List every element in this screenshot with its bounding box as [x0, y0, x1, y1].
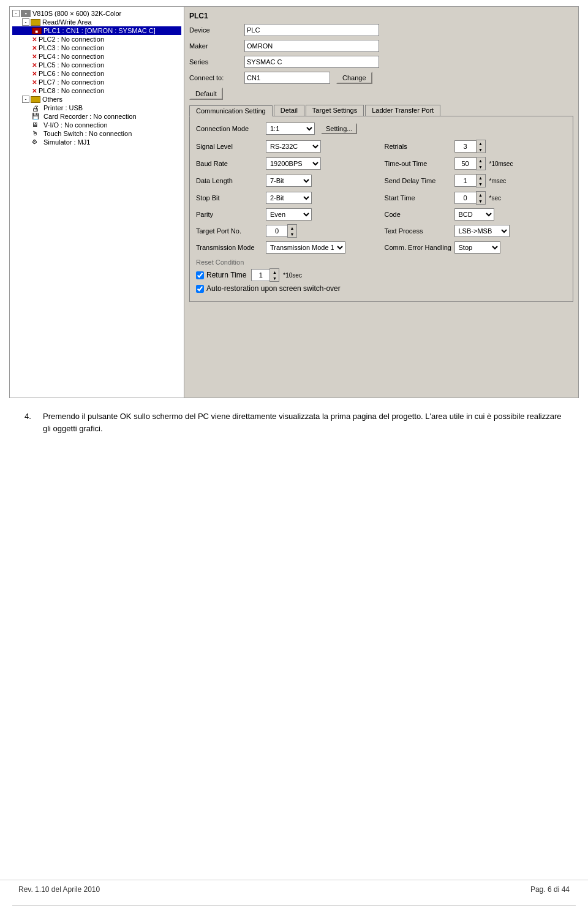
- start-time-up[interactable]: ▲: [477, 192, 485, 198]
- right-panel: PLC1 Device Maker Series Connect to: Cha…: [184, 7, 578, 398]
- tree-label-readwrite: Read/Write Area: [42, 18, 92, 26]
- tree-item-plc7[interactable]: ✕ PLC7 : No connection: [12, 78, 181, 86]
- device-row: Device: [189, 24, 573, 36]
- tree-item-readwrite[interactable]: - Read/Write Area: [12, 18, 181, 26]
- target-port-input[interactable]: [266, 225, 287, 237]
- x-icon-plc4: ✕: [32, 53, 37, 60]
- body-text-section: 4. Premendo il pulsante OK sullo schermo…: [24, 410, 564, 434]
- tree-item-plc1[interactable]: ■ PLC1 : CN1 : [OMRON : SYSMAC C]: [12, 26, 181, 35]
- tree-item-touch[interactable]: 🖱 Touch Switch : No connection: [12, 129, 181, 138]
- tree-root[interactable]: - ▪ V810S (800 × 600) 32K-Color: [12, 9, 181, 18]
- send-delay-spinbox: ▲ ▼: [454, 174, 486, 187]
- target-port-spin-buttons: ▲ ▼: [287, 224, 297, 238]
- retrials-input[interactable]: [454, 140, 476, 153]
- return-time-spin-buttons: ▲ ▼: [270, 268, 279, 282]
- send-delay-unit: *msec: [489, 178, 507, 184]
- start-time-down[interactable]: ▼: [477, 198, 485, 204]
- tree-panel[interactable]: - ▪ V810S (800 × 600) 32K-Color - Read/W…: [10, 7, 184, 398]
- tab-ladder-transfer[interactable]: Ladder Transfer Port: [365, 105, 440, 116]
- tab-comm-setting[interactable]: Communication Setting: [189, 105, 273, 116]
- start-time-spin-buttons: ▲ ▼: [476, 191, 486, 205]
- tree-item-others[interactable]: - Others: [12, 95, 181, 104]
- tree-label-plc6: PLC6 : No connection: [39, 70, 104, 77]
- card-icon: 💾: [32, 113, 42, 120]
- start-time-input[interactable]: [454, 192, 476, 204]
- connect-to-input[interactable]: [244, 72, 330, 84]
- comm-error-select[interactable]: Stop: [454, 241, 500, 254]
- tree-item-printer[interactable]: 🖨 Printer : USB: [12, 104, 181, 112]
- timeout-spin-buttons: ▲ ▼: [476, 157, 486, 170]
- vio-icon: 🖥: [32, 121, 42, 129]
- return-time-row: Return Time ▲ ▼ *10sec: [196, 268, 567, 282]
- tab-content-comm: Connection Mode 1:1 Setting... Signal Le…: [189, 116, 573, 302]
- tree-root-label: V810S (800 × 600) 32K-Color: [32, 10, 121, 17]
- baud-rate-label: Baud Rate: [196, 160, 263, 167]
- comm-error-row: Comm. Error Handling Stop: [385, 241, 567, 254]
- auto-restore-checkbox[interactable]: [196, 285, 204, 293]
- tree-item-plc2[interactable]: ✕ PLC2 : No connection: [12, 35, 181, 43]
- tree-item-vio[interactable]: 🖥 V-I/O : No connection: [12, 121, 181, 129]
- x-icon-plc8: ✕: [32, 88, 37, 94]
- tree-label-others: Others: [42, 96, 62, 103]
- trans-mode-select[interactable]: Transmission Mode 1: [266, 241, 345, 254]
- tree-item-plc3[interactable]: ✕ PLC3 : No connection: [12, 43, 181, 52]
- target-port-up[interactable]: ▲: [288, 225, 296, 231]
- tab-target-settings[interactable]: Target Settings: [306, 105, 364, 116]
- default-button[interactable]: Default: [189, 88, 223, 100]
- tree-item-plc4[interactable]: ✕ PLC4 : No connection: [12, 52, 181, 61]
- retrials-down[interactable]: ▼: [477, 146, 485, 153]
- change-button[interactable]: Change: [336, 72, 372, 84]
- target-port-spinbox: ▲ ▼: [266, 224, 297, 238]
- signal-level-select[interactable]: RS-232C: [266, 140, 321, 153]
- tree-item-card[interactable]: 💾 Card Recorder : No connection: [12, 112, 181, 121]
- connection-mode-select[interactable]: 1:1: [266, 123, 315, 135]
- default-row: Default: [189, 88, 573, 100]
- sim-icon: ⚙: [32, 138, 42, 146]
- series-input[interactable]: [244, 56, 379, 68]
- expand-icon-others[interactable]: -: [22, 96, 29, 103]
- x-icon-plc6: ✕: [32, 70, 37, 77]
- send-delay-input[interactable]: [454, 175, 476, 187]
- tree-item-plc6[interactable]: ✕ PLC6 : No connection: [12, 69, 181, 78]
- send-delay-label: Send Delay Time: [385, 177, 452, 184]
- expand-icon-root[interactable]: -: [12, 10, 20, 17]
- expand-icon-readwrite[interactable]: -: [22, 18, 29, 26]
- return-time-down[interactable]: ▼: [270, 275, 279, 281]
- code-select[interactable]: BCD: [454, 208, 494, 221]
- tree-label-plc3: PLC3 : No connection: [39, 44, 104, 51]
- tree-label-touch: Touch Switch : No connection: [43, 130, 132, 137]
- baud-rate-select[interactable]: 19200BPS: [266, 157, 321, 170]
- tabs-bar: Communication Setting Detail Target Sett…: [189, 105, 573, 116]
- data-length-select[interactable]: 7-Bit: [266, 175, 312, 187]
- plc-panel-title: PLC1: [189, 12, 573, 20]
- target-port-down[interactable]: ▼: [288, 231, 296, 237]
- timeout-input[interactable]: [454, 157, 476, 170]
- stop-bit-select[interactable]: 2-Bit: [266, 192, 312, 204]
- retrials-up[interactable]: ▲: [477, 140, 485, 146]
- tree-item-sim[interactable]: ⚙ Simulator : MJ1: [12, 138, 181, 146]
- tree-label-vio: V-I/O : No connection: [43, 121, 108, 129]
- retrials-label: Retrials: [385, 143, 452, 150]
- tree-item-plc8[interactable]: ✕ PLC8 : No connection: [12, 86, 181, 95]
- setting-button[interactable]: Setting...: [321, 123, 357, 134]
- return-time-checkbox[interactable]: [196, 271, 204, 279]
- signal-level-label: Signal Level: [196, 143, 263, 150]
- timeout-unit: *10msec: [489, 160, 513, 167]
- timeout-up[interactable]: ▲: [477, 157, 485, 164]
- comm-error-label: Comm. Error Handling: [385, 244, 452, 251]
- text-process-select[interactable]: LSB->MSB: [454, 225, 510, 237]
- tab-detail[interactable]: Detail: [274, 105, 304, 116]
- maker-input[interactable]: [244, 40, 379, 52]
- send-delay-up[interactable]: ▲: [477, 175, 485, 181]
- parity-select[interactable]: Even: [266, 208, 312, 221]
- device-input[interactable]: [244, 24, 379, 36]
- return-time-up[interactable]: ▲: [270, 269, 279, 275]
- target-port-label: Target Port No.: [196, 227, 263, 235]
- timeout-down[interactable]: ▼: [477, 164, 485, 170]
- tree-label-plc7: PLC7 : No connection: [39, 78, 104, 86]
- start-time-label: Start Time: [385, 194, 452, 202]
- return-time-input[interactable]: [251, 269, 270, 281]
- send-delay-down[interactable]: ▼: [477, 181, 485, 187]
- retrials-spinbox: ▲ ▼: [454, 140, 486, 153]
- tree-item-plc5[interactable]: ✕ PLC5 : No connection: [12, 61, 181, 69]
